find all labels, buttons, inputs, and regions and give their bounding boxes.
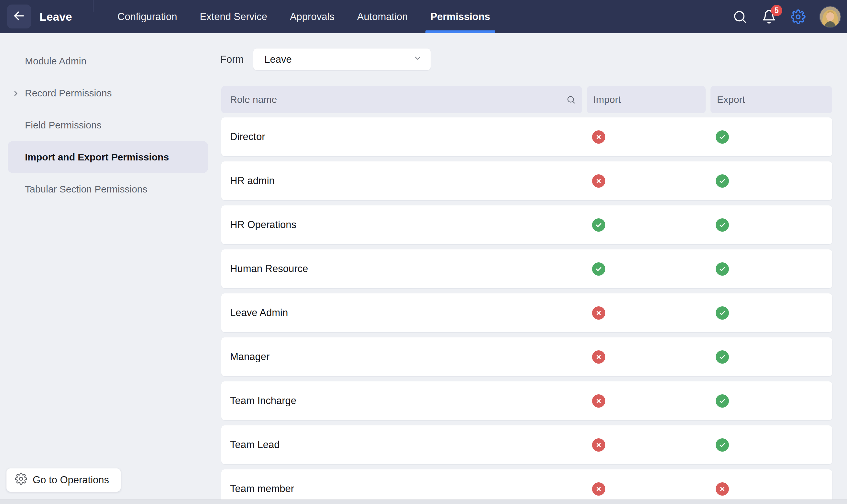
sidebar-item-tabular-section-permissions[interactable]: Tabular Section Permissions <box>8 173 208 205</box>
tab-label: Configuration <box>118 11 177 23</box>
allowed-check-icon[interactable] <box>716 174 729 187</box>
allowed-check-icon[interactable] <box>716 438 729 452</box>
topbar: Leave Configuration Extend Service Appro… <box>0 0 847 33</box>
notification-badge: 5 <box>771 5 782 16</box>
gear-icon <box>15 473 27 487</box>
main-content: Form Leave Role name Import Export Direc… <box>221 33 832 504</box>
search-icon[interactable] <box>733 10 747 24</box>
chevron-right-icon[interactable] <box>12 89 20 97</box>
allowed-check-icon[interactable] <box>716 130 729 144</box>
back-button[interactable] <box>7 4 31 29</box>
import-cell <box>587 394 706 408</box>
allowed-check-icon[interactable] <box>592 218 605 232</box>
go-to-operations-button[interactable]: Go to Operations <box>6 468 121 492</box>
table-row: Manager <box>221 337 832 376</box>
settings-gear-icon[interactable] <box>791 10 806 24</box>
table-row: Leave Admin <box>221 293 832 332</box>
topbar-divider <box>93 0 93 12</box>
column-header-role-name: Role name <box>221 86 582 113</box>
export-cell <box>710 306 832 320</box>
import-cell <box>587 262 706 276</box>
table-row: Director <box>221 118 832 156</box>
topbar-tabs: Configuration Extend Service Approvals A… <box>118 0 490 33</box>
allowed-check-icon[interactable] <box>716 306 729 320</box>
table-row: Team Lead <box>221 426 832 464</box>
import-cell <box>587 306 706 320</box>
sidebar-menu: Module Admin Record Permissions Field Pe… <box>0 33 214 205</box>
role-name-cell: Leave Admin <box>221 307 582 319</box>
tab-approvals[interactable]: Approvals <box>290 0 335 33</box>
go-to-operations-label: Go to Operations <box>33 474 109 486</box>
sidebar-item-label: Field Permissions <box>25 120 102 131</box>
role-name-cell: HR admin <box>221 175 582 187</box>
allowed-check-icon[interactable] <box>716 394 729 408</box>
export-cell <box>710 438 832 452</box>
column-header-export: Export <box>710 86 832 113</box>
role-name-cell: Team Incharge <box>221 395 582 407</box>
allowed-check-icon[interactable] <box>716 218 729 232</box>
sidebar-item-label: Record Permissions <box>25 88 112 99</box>
denied-x-icon[interactable] <box>592 130 605 144</box>
table-row: Human Resource <box>221 249 832 288</box>
role-name-cell: Human Resource <box>221 263 582 275</box>
tab-configuration[interactable]: Configuration <box>118 0 177 33</box>
allowed-check-icon[interactable] <box>716 350 729 364</box>
import-cell <box>587 218 706 232</box>
denied-x-icon[interactable] <box>592 306 605 320</box>
sidebar-item-field-permissions[interactable]: Field Permissions <box>8 109 208 141</box>
form-select[interactable]: Leave <box>253 49 431 70</box>
table-row: HR Operations <box>221 205 832 244</box>
notifications-bell-icon[interactable]: 5 <box>762 10 776 24</box>
sidebar-item-module-admin[interactable]: Module Admin <box>8 45 208 77</box>
sidebar-item-import-and-export-permissions[interactable]: Import and Export Permissions <box>8 141 208 173</box>
arrow-left-icon <box>13 10 25 24</box>
tab-label: Automation <box>357 11 408 23</box>
import-cell <box>587 130 706 144</box>
tab-label: Extend Service <box>200 11 267 23</box>
export-cell <box>710 262 832 276</box>
role-search-icon[interactable] <box>566 95 576 104</box>
allowed-check-icon[interactable] <box>716 262 729 276</box>
chevron-down-icon <box>413 54 422 65</box>
tab-automation[interactable]: Automation <box>357 0 408 33</box>
export-cell <box>710 174 832 187</box>
denied-x-icon[interactable] <box>592 174 605 187</box>
export-cell <box>710 350 832 364</box>
user-avatar[interactable] <box>820 6 841 27</box>
denied-x-icon[interactable] <box>592 394 605 408</box>
role-name-cell: Manager <box>221 351 582 363</box>
table-header: Role name Import Export <box>221 86 832 113</box>
form-selector-row: Form Leave <box>220 49 431 70</box>
sidebar-item-label: Import and Export Permissions <box>25 152 169 163</box>
form-select-value: Leave <box>264 54 291 65</box>
sidebar-item-label: Module Admin <box>25 56 86 67</box>
sidebar-item-label: Tabular Section Permissions <box>25 184 147 195</box>
denied-x-icon[interactable] <box>716 482 729 496</box>
import-cell <box>587 482 706 496</box>
denied-x-icon[interactable] <box>592 350 605 364</box>
sidebar: Module Admin Record Permissions Field Pe… <box>0 33 214 504</box>
bottom-strip <box>0 500 847 504</box>
denied-x-icon[interactable] <box>592 438 605 452</box>
export-cell <box>710 482 832 496</box>
tab-permissions[interactable]: Permissions <box>431 0 490 33</box>
sidebar-item-record-permissions[interactable]: Record Permissions <box>8 77 208 109</box>
allowed-check-icon[interactable] <box>592 262 605 276</box>
topbar-actions: 5 <box>733 0 841 33</box>
table-row: HR admin <box>221 161 832 200</box>
role-name-cell: Team Lead <box>221 439 582 451</box>
import-cell <box>587 350 706 364</box>
role-name-cell: HR Operations <box>221 219 582 231</box>
import-cell <box>587 438 706 452</box>
tab-label: Permissions <box>431 11 490 23</box>
table-row: Team member <box>221 469 832 504</box>
table-row: Team Incharge <box>221 381 832 420</box>
column-header-import: Import <box>587 86 706 113</box>
export-cell <box>710 394 832 408</box>
tab-label: Approvals <box>290 11 335 23</box>
permissions-table-body: Director HR admin HR Operations Human Re… <box>221 118 832 504</box>
export-cell <box>710 130 832 144</box>
denied-x-icon[interactable] <box>592 482 605 496</box>
role-name-cell: Director <box>221 131 582 143</box>
tab-extend-service[interactable]: Extend Service <box>200 0 267 33</box>
